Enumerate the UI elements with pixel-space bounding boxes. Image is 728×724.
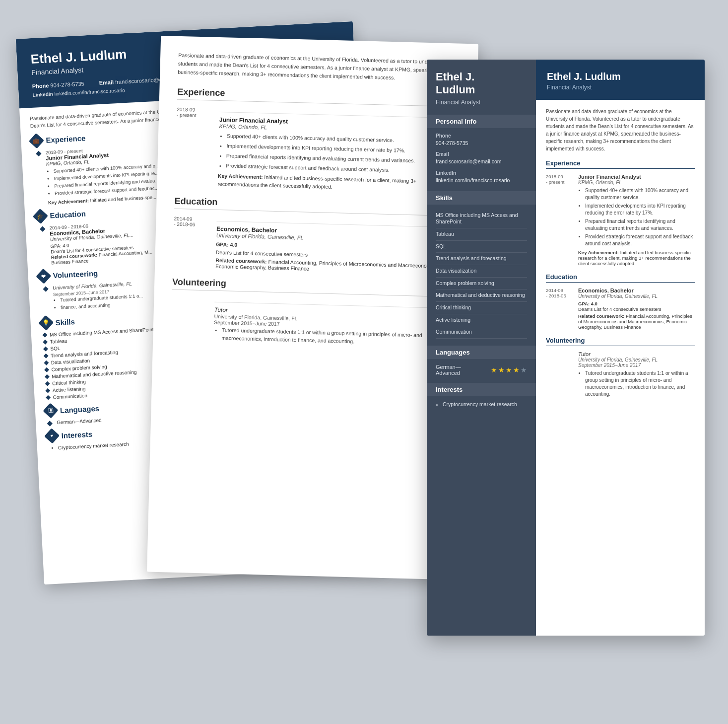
- sidebar-skill: Complex problem solving: [436, 278, 527, 290]
- sidebar-skill: Mathematical and deductive reasoning: [436, 290, 527, 302]
- sidebar-skill: MS Office including MS Access and ShareP…: [436, 210, 527, 228]
- main-exp-achievement: Key Achievement: Initiated and led busin…: [578, 250, 695, 266]
- experience-icon: 💼: [29, 133, 44, 148]
- mid-volunteering-title: Volunteering: [172, 277, 454, 297]
- main-exp-entry: 2018-09- present Junior Financial Analys…: [546, 174, 695, 266]
- sidebar-skill: Trend analysis and forecasting: [436, 253, 527, 265]
- sidebar-linkedin-label: LinkedIn: [436, 170, 527, 176]
- sidebar-skills-section: Skills: [427, 191, 536, 205]
- main-edu-entry: 2014-09- 2018-06 Economics, Bachelor Uni…: [546, 288, 695, 330]
- resume-sidebar: Ethel J.Ludlum Financial Analyst Persona…: [427, 60, 536, 636]
- star-2: ★: [498, 366, 505, 374]
- sidebar-skill: Critical thinking: [436, 302, 527, 314]
- lang-icon: 🇦: [43, 403, 58, 419]
- sidebar-interests-list: Cryptocurrency market research: [436, 401, 527, 407]
- sidebar-linkedin-value: linkedin.com/in/francisco.rosario: [436, 177, 527, 184]
- back-linkedin: linkedin.com/in/francisco.rosario: [54, 87, 125, 96]
- sidebar-email-item: Email franciscorosario@email.com: [436, 151, 527, 165]
- sidebar-phone-item: Phone 904-278-5735: [436, 133, 527, 147]
- sidebar-lang-name: German—Advanced: [436, 364, 461, 376]
- sidebar-email-label: Email: [436, 151, 527, 157]
- sidebar-languages-section: Languages: [427, 346, 536, 359]
- sidebar-skill: SQL: [436, 241, 527, 253]
- sidebar-personal-info: Personal Info: [427, 115, 536, 128]
- main-vol-entry: Tutor University of Florida, Gainesville…: [546, 351, 695, 399]
- main-experience-title: Experience: [546, 159, 695, 169]
- star-3: ★: [506, 366, 512, 374]
- sidebar-skill: Communication: [436, 326, 527, 339]
- sidebar-email-value: franciscorosario@email.com: [436, 158, 527, 165]
- sidebar-skill: Tableau: [436, 228, 527, 241]
- main-header-title: Financial Analyst: [547, 84, 694, 91]
- sidebar-interests-section: Interests: [427, 383, 536, 396]
- mid-edu-entry: 2014-09- 2018-06 Economics, Bachelor Uni…: [173, 216, 456, 276]
- sidebar-lang-item: German—Advanced ★ ★ ★ ★ ★: [436, 364, 527, 376]
- back-phone: 904-278-5735: [50, 80, 84, 88]
- sidebar-skill: Data visualization: [436, 265, 527, 278]
- sidebar-lang-stars: ★ ★ ★ ★ ★: [491, 366, 527, 374]
- email-label: Email: [99, 79, 114, 86]
- sidebar-name: Ethel J.Ludlum: [436, 71, 527, 97]
- sidebar-title: Financial Analyst: [436, 99, 527, 106]
- vol-diamond: [43, 286, 48, 291]
- interests-icon: ♥: [44, 429, 60, 444]
- exp-diamond: [36, 150, 41, 156]
- mid-summary: Passionate and data-driven graduate of e…: [178, 51, 460, 83]
- main-education-title: Education: [546, 273, 695, 283]
- main-header: Ethel J. Ludlum Financial Analyst: [536, 60, 705, 100]
- main-header-name: Ethel J. Ludlum: [547, 71, 694, 82]
- resume-main-content: Ethel J. Ludlum Financial Analyst Passio…: [536, 60, 705, 636]
- education-icon: 🎓: [33, 209, 48, 224]
- edu-diamond: [40, 226, 45, 231]
- sidebar-skill: Active listening: [436, 314, 527, 327]
- sidebar-skills-list: MS Office including MS Access and ShareP…: [436, 210, 527, 339]
- sidebar-phone-value: 904-278-5735: [436, 140, 527, 147]
- star-5: ★: [521, 366, 527, 374]
- star-1: ★: [491, 366, 497, 374]
- mid-education-title: Education: [174, 196, 456, 217]
- mid-exp-entry: 2018-09- present Junior Financial Analys…: [175, 107, 459, 194]
- skills-icon: 💡: [38, 315, 54, 331]
- sidebar-linkedin-item: LinkedIn linkedin.com/in/francisco.rosar…: [436, 170, 527, 184]
- mid-experience-title: Experience: [177, 87, 459, 107]
- sidebar-interest: Cryptocurrency market research: [443, 401, 527, 407]
- linkedin-label: LinkedIn: [32, 91, 53, 97]
- sidebar-phone-label: Phone: [436, 133, 527, 139]
- phone-label: Phone: [32, 82, 49, 89]
- mid-vol-entry: Tutor University of Florida, Gainesville…: [171, 296, 454, 350]
- star-4: ★: [513, 366, 520, 374]
- volunteer-icon: ❤: [36, 269, 51, 284]
- main-volunteering-title: Volunteering: [546, 337, 695, 346]
- main-summary: Passionate and data-driven graduate of e…: [546, 108, 695, 152]
- resume-front: Ethel J.Ludlum Financial Analyst Persona…: [427, 60, 705, 636]
